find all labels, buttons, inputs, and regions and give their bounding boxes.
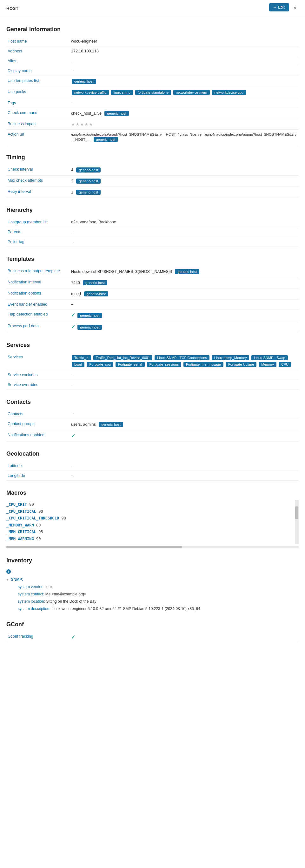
field-use-templates: Use templates list generic-host <box>6 76 299 87</box>
badge-linux-snmp-tcp[interactable]: Linux SNMP - TCP Connections <box>155 355 209 360</box>
check-interval-value: 4 <box>71 168 73 172</box>
badge-generic-host[interactable]: generic-host <box>72 79 96 84</box>
badge-action-url-generic-host[interactable]: generic-host <box>94 137 118 142</box>
hierarchy-section-title: Hierarchy <box>6 207 299 214</box>
inventory-block: i ● SNMP: system vendor: linux system co… <box>6 568 299 613</box>
modal-content: General Information Host name wocu-engin… <box>0 26 305 653</box>
field-check-command: Check command check_host_alive generic-h… <box>6 108 299 119</box>
contacts-section-title: Contacts <box>6 399 299 405</box>
field-notification-interval: Notification interval 1440 generic-host <box>6 277 299 288</box>
check-command-value: check_host_alive <box>71 111 102 116</box>
templates-section-title: Templates <box>6 256 299 262</box>
field-use-packs: Use packs networkdevice-traffic linux-sn… <box>6 87 299 98</box>
badge-retry-interval[interactable]: generic-host <box>76 190 101 195</box>
field-notification-options: Notification options d,u,r,f generic-hos… <box>6 288 299 300</box>
macros-scrollbar[interactable] <box>295 500 299 544</box>
badge-fortigate-sessions[interactable]: Fortigate_sessions <box>147 362 181 367</box>
badge-flap-detection[interactable]: generic-host <box>77 313 102 318</box>
snmp-bullet: ● <box>6 577 8 582</box>
packs-badges: networkdevice-traffic linux-snmp fortiga… <box>71 90 297 95</box>
field-check-interval: Check interval 4 generic-host <box>6 164 299 176</box>
geolocation-section: Geolocation Latitude – Longitude – <box>6 451 299 481</box>
badge-networkdevice-traffic[interactable]: networkdevice-traffic <box>72 90 109 95</box>
inventory-contact: system contact: Me <me@example.org> <box>13 591 299 598</box>
inv-key-contact: system contact: <box>18 592 44 596</box>
close-button[interactable]: × <box>291 4 299 12</box>
badge-networkdevice-cpu[interactable]: networkdevice-cpu <box>212 90 246 95</box>
field-action-url: Action url /pnp4nagios/index.php/graph?h… <box>6 130 299 145</box>
field-max-check-attempts: Max check attempts 2 generic-host <box>6 176 299 187</box>
badge-notification-interval[interactable]: generic-host <box>83 280 107 285</box>
geolocation-section-title: Geolocation <box>6 451 299 457</box>
field-process-perf-data: Process perf data ✓ generic-host <box>6 321 299 333</box>
macro-item: _MEM_CRITICAL 95 <box>6 529 294 536</box>
inv-key-description: system description: <box>18 607 50 611</box>
badge-business-rule-generic-host[interactable]: generic-host <box>175 269 199 274</box>
services-section-title: Services <box>6 342 299 348</box>
badge-check-generic-host[interactable]: generic-host <box>104 111 129 116</box>
inv-key-vendor: system vendor: <box>18 585 43 589</box>
badge-fortigate-cpu[interactable]: Fortigate_cpu <box>87 362 113 367</box>
badge-fortigate-serial[interactable]: Fortigate_serial <box>115 362 145 367</box>
badge-fortigate-uptime[interactable]: Fortigate Uptime <box>226 362 257 367</box>
gconf-section-title: GConf <box>6 621 299 628</box>
edit-button[interactable]: Edit <box>269 3 289 11</box>
badge-contact-groups-generic-host[interactable]: generic-host <box>99 422 123 427</box>
inv-val-description: Linux wocu-engineer 5.10.0-32-amd64 #1 S… <box>52 607 200 611</box>
macro-item: _CPU_CRIT 90 <box>6 501 294 508</box>
badge-memory[interactable]: Memory <box>259 362 276 367</box>
badge-linux-snmp-memory[interactable]: Linux-snmp_Memory <box>212 355 249 360</box>
badge-cpu[interactable]: CPU <box>279 362 291 367</box>
badge-traffic-lo[interactable]: Traffic_lo <box>72 355 91 360</box>
macros-section: Macros _CPU_CRIT 90 _CPU_CRITICAL 90 _CP… <box>6 490 299 548</box>
field-business-rule-output-template: Business rule output template Hosts down… <box>6 266 299 277</box>
macro-item: _MEM_WARNING 90 <box>6 536 294 542</box>
timing-section-title: Timing <box>6 154 299 161</box>
field-retry-interval: Retry interval 1 generic-host <box>6 187 299 198</box>
badge-process-perf-data[interactable]: generic-host <box>77 325 102 330</box>
geolocation-table: Latitude – Longitude – <box>6 461 299 481</box>
general-table: Host name wocu-engineer Address 172.16.1… <box>6 36 299 145</box>
gconf-tracking-check: ✓ <box>71 634 75 640</box>
badge-linux-snmp[interactable]: linux-snmp <box>111 90 133 95</box>
services-table: Services Traffic_lo Traffic_Red_Hat_Inc_… <box>6 352 299 390</box>
badge-fortigate-mem-usage[interactable]: Fortigate_mem_usage <box>183 362 224 367</box>
badge-notification-options[interactable]: generic-host <box>84 291 108 297</box>
templates-section: Templates Business rule output template … <box>6 256 299 333</box>
gconf-table: Gconf tracking ✓ <box>6 631 299 643</box>
field-tags: Tags – <box>6 98 299 108</box>
macros-wrap: _CPU_CRIT 90 _CPU_CRITICAL 90 _CPU_CRITI… <box>6 500 299 544</box>
badge-load[interactable]: Load <box>72 362 84 367</box>
field-longitude: Longitude – <box>6 471 299 481</box>
inventory-snmp-row: ● SNMP: <box>6 576 299 583</box>
retry-interval-value: 1 <box>71 190 73 194</box>
macro-item: _CPU_CRITICAL_THRESHOLD 90 <box>6 515 294 522</box>
timing-section: Timing Check interval 4 generic-host Max… <box>6 154 299 198</box>
snmp-label: SNMP: <box>11 577 24 582</box>
badge-linux-snmp-swap[interactable]: Linux SNMP - Swap <box>251 355 287 360</box>
inventory-location: system location: Sitting on the Dock of … <box>13 598 299 605</box>
general-information-section: General Information Host name wocu-engin… <box>6 26 299 145</box>
inv-val-location: Sitting on the Dock of the Bay <box>46 599 96 604</box>
badge-max-check-attempts[interactable]: generic-host <box>76 179 101 184</box>
badge-networkdevice-mem[interactable]: networkdevice-mem <box>173 90 209 95</box>
badge-check-interval[interactable]: generic-host <box>76 167 101 173</box>
badge-traffic-red-hat[interactable]: Traffic_Red_Hat_Inc_Device_0001 <box>93 355 152 360</box>
badge-fortigate-standalone[interactable]: fortigate-standalone <box>135 90 171 95</box>
max-check-attempts-value: 2 <box>71 179 73 183</box>
field-service-excludes: Service excludes – <box>6 370 299 380</box>
field-display-name: Display name – <box>6 66 299 76</box>
macros-horizontal-scrollbar[interactable] <box>6 546 299 548</box>
field-latitude: Latitude – <box>6 461 299 471</box>
inventory-vendor: system vendor: linux <box>13 583 299 591</box>
inventory-section: Inventory i ● SNMP: system vendor: linux… <box>6 557 299 613</box>
macros-scroll-thumb <box>295 506 298 519</box>
timing-table: Check interval 4 generic-host Max check … <box>6 164 299 198</box>
process-perf-data-check: ✓ <box>71 324 75 330</box>
gconf-section: GConf Gconf tracking ✓ <box>6 621 299 643</box>
hierarchy-table: Hostgroup member list e2e, vodafone, Bac… <box>6 217 299 247</box>
hierarchy-section: Hierarchy Hostgroup member list e2e, vod… <box>6 207 299 247</box>
field-flap-detection-enabled: Flap detection enabled ✓ generic-host <box>6 309 299 321</box>
field-service-overrides: Service overrides – <box>6 380 299 390</box>
services-section: Services Services Traffic_lo Traffic_Red… <box>6 342 299 390</box>
